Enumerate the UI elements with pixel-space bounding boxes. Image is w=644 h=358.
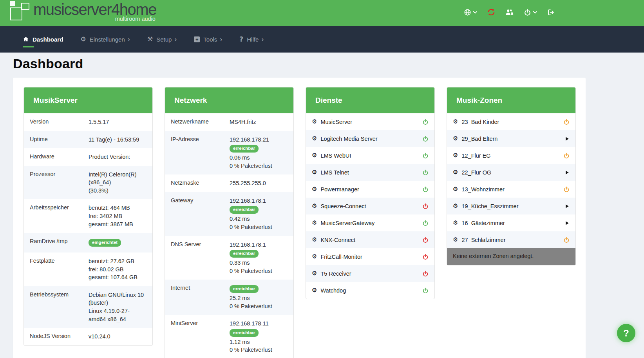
page-title: Dashboard: [13, 56, 644, 71]
zone-row: ⚙ 13_Wohnzimmer: [447, 181, 575, 198]
nav-setup[interactable]: ⚒ Setup ›: [147, 36, 177, 43]
power-icon: [563, 153, 570, 159]
service-power-toggle[interactable]: [422, 287, 429, 294]
zone-status-button[interactable]: [564, 204, 570, 209]
service-power-toggle[interactable]: [422, 169, 429, 176]
zone-row: ⚙ 23_Bad Kinder: [447, 113, 575, 130]
topbar-actions: [464, 8, 555, 16]
table-row: Betriebssystem Debian GNU/Linux 10 (bust…: [24, 286, 152, 328]
nav-label: Dashboard: [33, 36, 63, 43]
service-power-toggle[interactable]: [422, 136, 429, 142]
play-icon: [564, 170, 570, 175]
zone-status-button[interactable]: [563, 186, 570, 193]
refresh-button[interactable]: [487, 8, 495, 16]
power-menu-button[interactable]: [524, 9, 537, 16]
zone-name: 13_Wohnzimmer: [461, 186, 560, 193]
table-row: Netzmaske 255.255.255.0: [165, 174, 293, 192]
zone-row: ⚙ 12_Flur EG: [447, 147, 575, 164]
power-icon: [563, 186, 570, 193]
nav-label: Setup: [156, 36, 172, 43]
gear-icon[interactable]: ⚙: [312, 136, 317, 142]
service-row: ⚙ LMS Telnet: [306, 164, 434, 181]
zone-status-button[interactable]: [564, 220, 570, 226]
chevron-right-icon: ›: [220, 37, 222, 42]
zone-row: ⚙ 19_Küche_Esszimmer: [447, 198, 575, 214]
gear-icon[interactable]: ⚙: [453, 136, 458, 142]
status-badge: erreichbar: [230, 250, 259, 258]
service-power-toggle[interactable]: [422, 254, 429, 260]
help-button[interactable]: ?: [617, 324, 635, 342]
gear-icon[interactable]: ⚙: [453, 153, 458, 158]
status-badge: erreichbar: [230, 145, 259, 153]
zone-name: 27_Schlafzimmer: [461, 237, 560, 243]
table-row: IP-Adresse 192.168.178.21 erreichbar 0.0…: [165, 131, 293, 175]
content-panel: MusikServer Version 1.5.5.17 Uptime 11 T…: [13, 78, 586, 358]
tools-icon: ⚒: [147, 36, 153, 42]
logout-button[interactable]: [547, 9, 555, 16]
language-menu-button[interactable]: [464, 9, 478, 16]
nav-hilfe[interactable]: ? Hilfe ›: [239, 36, 264, 43]
card-title: Netzwerk: [165, 87, 293, 113]
service-power-toggle[interactable]: [422, 203, 429, 209]
service-power-toggle[interactable]: [422, 237, 429, 243]
play-icon: [564, 136, 570, 142]
app-logo[interactable]: musicserver4home multiroom audio: [10, 1, 156, 23]
service-power-toggle[interactable]: [422, 271, 429, 277]
nav-label: Tools: [203, 36, 217, 43]
gear-icon[interactable]: ⚙: [312, 237, 317, 243]
service-power-toggle[interactable]: [422, 220, 429, 226]
table-row: Gateway 192.168.178.1 erreichbar 0.42 ms…: [165, 192, 293, 236]
gear-icon[interactable]: ⚙: [453, 119, 458, 125]
gear-icon[interactable]: ⚙: [312, 153, 317, 158]
zone-status-button[interactable]: [564, 136, 570, 142]
gear-icon[interactable]: ⚙: [453, 237, 458, 243]
service-name: KNX-Connect: [320, 237, 419, 243]
status-badge: erreichbar: [230, 285, 259, 293]
gear-icon[interactable]: ⚙: [453, 169, 458, 175]
gear-icon[interactable]: ⚙: [312, 186, 317, 192]
clients-button[interactable]: [505, 8, 514, 16]
service-row: ⚙ LMS WebUI: [306, 147, 434, 164]
zone-status-button[interactable]: [564, 170, 570, 175]
zone-status-button[interactable]: [563, 119, 570, 125]
gear-icon[interactable]: ⚙: [453, 203, 458, 209]
gear-icon[interactable]: ⚙: [312, 254, 317, 260]
power-icon: [422, 119, 429, 125]
gear-icon[interactable]: ⚙: [453, 186, 458, 192]
nav-dashboard[interactable]: Dashboard: [23, 36, 63, 43]
nav-tools[interactable]: + Tools ›: [194, 36, 222, 43]
power-icon: [563, 119, 570, 125]
chevron-right-icon: ›: [128, 37, 130, 42]
service-power-toggle[interactable]: [422, 186, 429, 193]
service-power-toggle[interactable]: [422, 119, 429, 125]
gear-icon[interactable]: ⚙: [312, 220, 317, 226]
service-name: Powermanager: [320, 186, 419, 193]
gear-icon[interactable]: ⚙: [312, 287, 317, 293]
nav-label: Hilfe: [247, 36, 259, 43]
gear-icon[interactable]: ⚙: [312, 203, 317, 209]
nav-einstellungen[interactable]: ⚙ Einstellungen ›: [80, 36, 130, 43]
service-power-toggle[interactable]: [422, 153, 429, 159]
status-badge: erreichbar: [230, 329, 259, 337]
gear-icon[interactable]: ⚙: [312, 169, 317, 175]
question-icon: ?: [239, 36, 243, 43]
zone-status-button[interactable]: [563, 153, 570, 159]
logo-squares-icon: [10, 1, 32, 23]
service-name: MusicServerGateway: [320, 220, 419, 226]
table-row: Hardware Product Version:: [24, 148, 152, 166]
nav-label: Einstellungen: [90, 36, 125, 43]
service-row: ⚙ MusicServer: [306, 113, 434, 130]
service-name: LMS Telnet: [320, 169, 419, 176]
table-row: NodeJS Version v10.24.0: [24, 328, 152, 345]
power-icon: [422, 271, 429, 277]
external-zones-note: Keine externen Zonen angelegt.: [447, 248, 575, 265]
gear-icon[interactable]: ⚙: [312, 271, 317, 276]
globe-icon: [464, 9, 471, 16]
service-row: ⚙ KNX-Connect: [306, 231, 434, 248]
gear-icon[interactable]: ⚙: [453, 220, 458, 226]
gear-icon[interactable]: ⚙: [312, 119, 317, 125]
power-icon: [422, 254, 429, 260]
zone-row: ⚙ 29_Bad Eltern: [447, 130, 575, 147]
table-row: Internet erreichbar 25.2 ms 0 % Paketver…: [165, 280, 293, 315]
zone-status-button[interactable]: [563, 237, 570, 243]
